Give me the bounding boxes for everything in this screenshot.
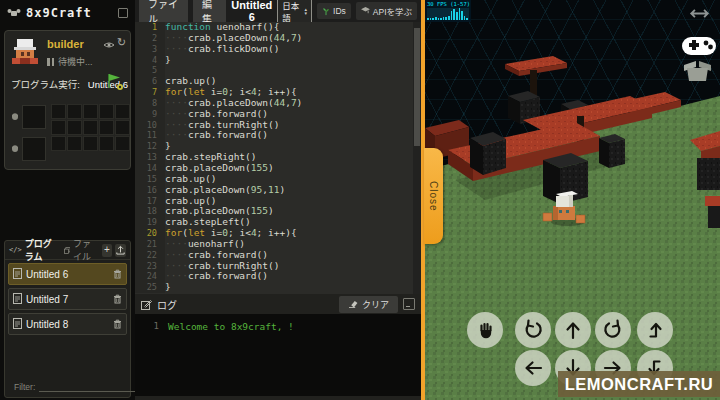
armor-box-icon[interactable] (682, 60, 713, 82)
hand-icon (474, 319, 496, 341)
line-number: 13 (135, 152, 165, 163)
line-number: 14 (135, 163, 165, 174)
program-name: Untitled 8 (26, 319, 109, 330)
eye-icon[interactable] (103, 41, 115, 49)
inventory-slot[interactable] (115, 136, 130, 151)
line-number: 8 (135, 98, 165, 109)
rotate-ccw-button[interactable] (515, 312, 551, 348)
inventory-slot[interactable] (51, 136, 66, 151)
line-number: 20 (135, 228, 165, 239)
code-line[interactable]: 4} (135, 55, 421, 66)
minimize-log-icon[interactable] (403, 298, 415, 310)
inventory-slot[interactable] (67, 136, 82, 151)
inventory-main-slot[interactable] (22, 105, 46, 129)
hand-slot-icon (10, 143, 20, 152)
inventory-slot[interactable] (115, 104, 130, 119)
graduation-icon (361, 7, 370, 15)
learn-api-button[interactable]: APIを学ぶ (356, 2, 417, 20)
resize-horizontal-icon[interactable] (688, 8, 711, 19)
inventory-slot[interactable] (51, 120, 66, 135)
inventory-slot[interactable] (99, 104, 114, 119)
add-program-button[interactable]: + (102, 244, 113, 257)
list-item[interactable]: Untitled 6 (8, 263, 127, 285)
log-line-number: 1 (135, 321, 168, 332)
code-text: } (165, 55, 171, 66)
rotate-cw-button[interactable] (595, 312, 631, 348)
step-up-button[interactable] (637, 312, 673, 348)
document-icon (13, 290, 22, 308)
program-name: Untitled 6 (26, 269, 109, 280)
code-line[interactable]: 16crab.placeDown(95,11) (135, 185, 421, 196)
scrollbar-thumb[interactable] (414, 28, 420, 146)
tab-programs[interactable]: プログラム (25, 237, 57, 263)
inventory-slot[interactable] (83, 104, 98, 119)
fps-text: 30 FPS (1-57) (427, 1, 469, 7)
code-line[interactable]: 24····crab.forward() (135, 271, 421, 282)
clear-log-button[interactable]: クリア (339, 296, 398, 313)
line-number: 21 (135, 239, 165, 250)
inventory-slot[interactable] (83, 136, 98, 151)
crab-logo-icon (7, 8, 21, 18)
log-line: 1Welcome to 8x9craft, ! (135, 314, 421, 332)
inventory-slot[interactable] (67, 104, 82, 119)
trash-icon[interactable] (113, 290, 122, 308)
inventory-grid (51, 104, 130, 151)
program-name: Untitled 7 (26, 294, 109, 305)
app-logo: 8x9Craft (26, 6, 92, 20)
editor-toolbar: ファイル 編集 Untitled 6 日本語 ▴▾ IDs APIを学ぶ (135, 0, 421, 22)
collapse-sidebar-icon[interactable] (118, 8, 128, 18)
line-number: 1 (135, 22, 165, 33)
left-button[interactable] (515, 350, 551, 386)
editor-scrollbar[interactable] (413, 22, 421, 294)
filter-label: Filter: (14, 382, 35, 392)
code-editor[interactable]: 1function uenoharf(){2····crab.placeDown… (135, 22, 421, 294)
line-number: 24 (135, 271, 165, 282)
trash-icon[interactable] (113, 265, 122, 283)
trash-icon[interactable] (113, 315, 122, 333)
code-text: crab.placeDown(95,11) (165, 185, 285, 196)
copy-icon (64, 246, 70, 255)
document-icon (13, 315, 22, 333)
line-number: 19 (135, 217, 165, 228)
robot-status: 待機中... (47, 55, 93, 68)
line-number: 15 (135, 174, 165, 185)
upload-button[interactable] (115, 244, 126, 257)
line-number: 7 (135, 87, 165, 98)
list-item[interactable]: Untitled 8 (8, 313, 127, 335)
editor-footer (135, 396, 421, 400)
gamepad-icon[interactable] (681, 33, 717, 58)
inventory-main-slot[interactable] (22, 137, 46, 161)
code-text: ····crab.forward() (165, 271, 268, 282)
filter-bar: Filter: × (5, 379, 130, 394)
inventory-slot[interactable] (51, 104, 66, 119)
log-title: ログ (157, 297, 177, 312)
close-panel-tab[interactable]: Close (424, 148, 443, 244)
code-text: ····crab.forward() (165, 130, 268, 141)
pause-icon (47, 58, 54, 66)
line-number: 2 (135, 33, 165, 44)
panel-tabs: </> プログラム ファイル + (5, 241, 130, 260)
code-text: ····crab.flickDown() (165, 44, 279, 55)
refresh-icon[interactable]: ↻ (117, 37, 126, 48)
inventory-slot[interactable] (99, 120, 114, 135)
fps-monitor[interactable]: 30 FPS (1-57) (425, 0, 471, 22)
inventory-slot[interactable] (99, 136, 114, 151)
hand-button[interactable] (467, 312, 503, 348)
run-flag-button[interactable] (105, 72, 125, 92)
code-line[interactable]: 25} (135, 282, 421, 293)
step-up-icon (644, 319, 666, 341)
ids-button[interactable]: IDs (317, 3, 351, 19)
code-line[interactable]: 11····crab.forward() (135, 130, 421, 141)
tab-files[interactable]: ファイル (73, 237, 99, 263)
inventory-slot[interactable] (83, 120, 98, 135)
up-icon (562, 319, 584, 341)
line-number: 9 (135, 109, 165, 120)
game-viewport[interactable]: 30 FPS (1-57) Close LEMONCRAFT.RU (425, 0, 720, 400)
list-item[interactable]: Untitled 7 (8, 288, 127, 310)
code-line[interactable]: 3····crab.flickDown() (135, 44, 421, 55)
inventory-slot[interactable] (115, 120, 130, 135)
inventory (5, 99, 130, 167)
app-window: 8x9Craft builder ↻ 待機中... (0, 0, 720, 400)
inventory-slot[interactable] (67, 120, 82, 135)
up-button[interactable] (555, 312, 591, 348)
